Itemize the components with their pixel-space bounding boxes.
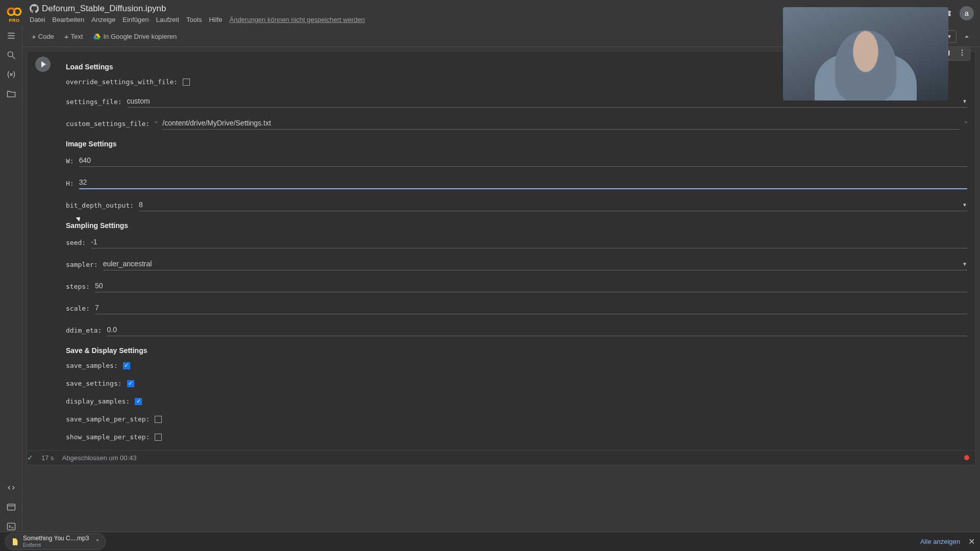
section-image-settings: Image Settings [66,140,967,148]
download-status: Entfernt [23,542,89,548]
terminal-icon[interactable] [6,521,16,532]
collapse-icon[interactable] [960,30,974,44]
cell-menu-icon[interactable] [955,47,969,59]
downloads-bar: Something You C....mp3 Entfernt ⌃ Alle a… [0,532,980,551]
webcam-overlay [783,7,948,101]
pro-badge: PRO [9,18,19,23]
label-bit-depth: bit_depth_output: [66,202,134,209]
add-code-button[interactable]: +Code [27,31,59,42]
file-icon [11,538,19,546]
search-icon[interactable] [6,50,16,60]
quote-close: " [965,120,967,128]
exec-completed: Abgeschlossen um 00:43 [62,454,137,462]
recording-indicator-icon [964,455,969,460]
chevron-up-icon[interactable]: ⌃ [95,538,100,545]
add-text-button[interactable]: +Text [59,31,88,42]
svg-rect-4 [7,504,15,510]
label-save-samples: save_samples: [66,362,118,369]
show-all-downloads[interactable]: Alle anzeigen [920,538,960,545]
menu-datei[interactable]: Datei [30,16,45,23]
label-settings-file: settings_file: [66,98,122,106]
github-icon [30,4,39,13]
label-seed: seed: [66,239,86,246]
chevron-down-icon: ▼ [962,261,967,267]
left-rail [0,27,22,532]
input-scale[interactable] [95,303,967,314]
input-custom-settings-file[interactable] [162,118,960,130]
label-save-settings: save_settings: [66,380,122,387]
checkbox-override[interactable] [183,79,190,86]
section-sampling-settings: Sampling Settings [66,221,967,230]
colab-logo[interactable]: PRO [6,4,22,23]
svg-point-3 [8,52,13,57]
svg-point-7 [962,52,963,54]
label-override: override_settings_with_file: [66,78,178,86]
section-save-display: Save & Display Settings [66,346,967,355]
close-downloads-icon[interactable]: ✕ [968,537,975,546]
checkbox-save-settings[interactable] [127,380,134,387]
notebook-main: Load Settings override_settings_with_fil… [22,47,980,532]
account-avatar[interactable]: a [960,6,974,20]
title-block: Deforum_Stable_Diffusion.ipynb Datei Bea… [30,4,365,23]
save-warning[interactable]: Änderungen können nicht gespeichert werd… [229,16,364,23]
svg-rect-5 [7,523,15,530]
label-scale: scale: [66,305,90,312]
menu-einfuegen[interactable]: Einfügen [122,16,149,23]
input-seed[interactable] [91,237,967,248]
checkbox-display-samples[interactable] [135,398,142,405]
run-cell-button[interactable] [35,57,51,72]
menu-bar: Datei Bearbeiten Anzeige Einfügen Laufze… [30,16,365,23]
select-bit-depth[interactable]: 8 ▼ [139,199,967,211]
menu-hilfe[interactable]: Hilfe [209,16,222,23]
notebook-title[interactable]: Deforum_Stable_Diffusion.ipynb [42,4,166,14]
input-ddim-eta[interactable] [107,324,967,336]
label-ddim-eta: ddim_eta: [66,327,102,334]
label-w: W: [66,157,74,165]
menu-laufzeit[interactable]: Laufzeit [156,16,180,23]
drive-icon [93,33,101,41]
download-filename: Something You C....mp3 [23,535,89,542]
download-item[interactable]: Something You C....mp3 Entfernt ⌃ [5,533,106,549]
input-width[interactable] [79,155,967,167]
checkbox-show-sample-per-step[interactable] [155,434,162,441]
chevron-down-icon: ▼ [962,202,967,208]
label-h: H: [66,180,74,187]
label-display-samples: display_samples: [66,397,130,405]
checkbox-save-sample-per-step[interactable] [155,416,162,423]
copy-to-drive-button[interactable]: In Google Drive kopieren [88,31,182,43]
settings-cell: Load Settings override_settings_with_fil… [27,51,976,465]
label-custom-settings-file: custom_settings_file: [66,120,150,128]
label-steps: steps: [66,283,90,290]
variables-icon[interactable] [6,69,16,80]
toc-icon[interactable] [6,31,16,41]
label-sampler: sampler: [66,261,98,268]
command-palette-icon[interactable] [6,502,16,512]
input-steps[interactable] [95,281,967,292]
checkbox-save-samples[interactable] [123,362,130,369]
input-height[interactable] [79,177,967,189]
files-icon[interactable] [6,89,16,99]
svg-point-6 [962,49,963,51]
chevron-down-icon: ▼ [962,98,967,104]
quote-open: " [155,120,157,128]
menu-tools[interactable]: Tools [186,16,202,23]
menu-bearbeiten[interactable]: Bearbeiten [52,16,84,23]
menu-anzeige[interactable]: Anzeige [91,16,115,23]
label-save-sample-per-step: save_sample_per_step: [66,415,150,423]
code-snippets-icon[interactable] [6,483,16,493]
label-show-sample-per-step: show_sample_per_step: [66,433,150,441]
cell-status-footer: ✓ 17 s Abgeschlossen um 00:43 [27,450,975,465]
select-sampler[interactable]: euler_ancestral ▼ [103,259,967,270]
svg-point-8 [962,54,963,56]
